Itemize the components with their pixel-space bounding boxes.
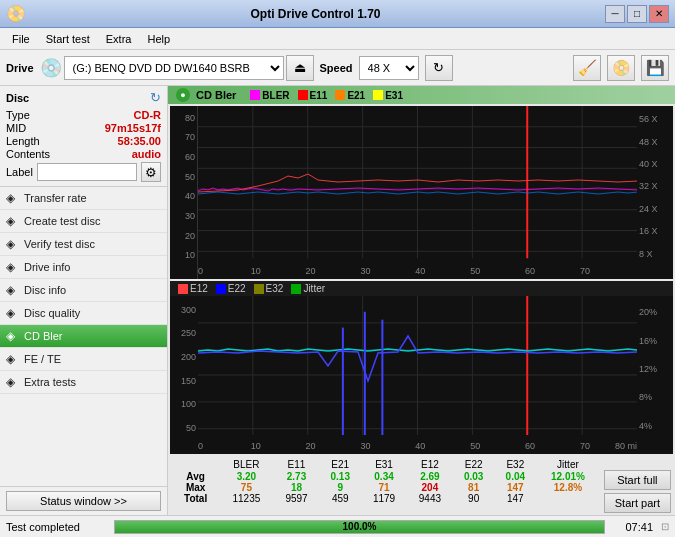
sidebar-item-cd-bler[interactable]: ◈ CD Bler (0, 325, 167, 348)
chart1-yr-56x: 56 X (639, 114, 658, 124)
svg-text:40: 40 (415, 441, 425, 451)
speed-select[interactable]: 48 X (359, 56, 419, 80)
mid-label: MID (6, 122, 26, 134)
stats-row-max: Max 75 18 9 71 204 81 147 12.8% (172, 482, 600, 493)
total-e22: 90 (453, 493, 495, 504)
max-e21: 9 (319, 482, 361, 493)
extra-tests-icon: ◈ (6, 375, 15, 389)
max-e32: 147 (495, 482, 537, 493)
titlebar: 📀 Opti Drive Control 1.70 ─ □ ✕ (0, 0, 675, 28)
fe-te-icon: ◈ (6, 352, 15, 366)
legend-jitter-dot (291, 284, 301, 294)
burn-button[interactable]: 📀 (607, 55, 635, 81)
total-e11: 9597 (274, 493, 320, 504)
svg-text:60: 60 (525, 441, 535, 451)
chart2-y-50: 50 (186, 423, 196, 433)
sidebar-item-disc-info-label: Disc info (24, 284, 66, 296)
avg-bler: 3.20 (219, 471, 273, 482)
chart-title-bar: ● CD Bler BLER E11 E21 E31 (168, 86, 675, 104)
menubar: File Start test Extra Help (0, 28, 675, 50)
sidebar-item-drive-info[interactable]: ◈ Drive info (0, 256, 167, 279)
sidebar-item-fe-te[interactable]: ◈ FE / TE (0, 348, 167, 371)
sidebar-item-extra-tests[interactable]: ◈ Extra tests (0, 371, 167, 394)
menu-start-test[interactable]: Start test (38, 31, 98, 47)
chart1-y-axis-right: 56 X 48 X 40 X 32 X 24 X 16 X 8 X (637, 106, 673, 279)
avg-e12: 2.69 (407, 471, 453, 482)
sidebar-item-create-test-disc[interactable]: ◈ Create test disc (0, 210, 167, 233)
minimize-button[interactable]: ─ (605, 5, 625, 23)
close-button[interactable]: ✕ (649, 5, 669, 23)
type-value: CD-R (134, 109, 162, 121)
total-bler: 11235 (219, 493, 273, 504)
chart1-plot: 0 10 20 30 40 50 60 70 (198, 106, 637, 279)
stats-col-e32: E32 (495, 458, 537, 471)
svg-text:20: 20 (306, 441, 316, 451)
status-window-button[interactable]: Status window >> (6, 491, 161, 511)
max-jitter: 12.8% (536, 482, 600, 493)
chart1-y-20: 20 (185, 231, 195, 241)
sidebar-item-create-test-disc-label: Create test disc (24, 215, 100, 227)
svg-text:50: 50 (470, 266, 480, 276)
disc-refresh-button[interactable]: ↻ (150, 90, 161, 105)
speed-label: Speed (320, 62, 353, 74)
avg-e31: 0.34 (361, 471, 407, 482)
svg-text:40: 40 (415, 266, 425, 276)
chart2-wrapper: E12 E22 E32 Jitter (170, 281, 673, 454)
total-e31: 1179 (361, 493, 407, 504)
start-part-button[interactable]: Start part (604, 493, 671, 513)
stats-table: BLER E11 E21 E31 E12 E22 E32 Jitter Avg (172, 458, 600, 504)
stats-col-e12: E12 (407, 458, 453, 471)
svg-text:0: 0 (198, 266, 203, 276)
disc-quality-icon: ◈ (6, 306, 15, 320)
maximize-button[interactable]: □ (627, 5, 647, 23)
sidebar-item-verify-test-disc[interactable]: ◈ Verify test disc (0, 233, 167, 256)
total-jitter (536, 493, 600, 504)
eject-button[interactable]: ⏏ (286, 55, 314, 81)
menu-extra[interactable]: Extra (98, 31, 140, 47)
sidebar-item-disc-info[interactable]: ◈ Disc info (0, 279, 167, 302)
chart1-yr-24x: 24 X (639, 204, 658, 214)
stats-row-avg: Avg 3.20 2.73 0.13 0.34 2.69 0.03 0.04 1… (172, 471, 600, 482)
chart1-y-60: 60 (185, 152, 195, 162)
sidebar-item-transfer-rate-label: Transfer rate (24, 192, 87, 204)
legend-e12: E12 (178, 283, 208, 294)
save-button[interactable]: 💾 (641, 55, 669, 81)
window-controls: ─ □ ✕ (605, 5, 669, 23)
erase-button[interactable]: 🧹 (573, 55, 601, 81)
menu-file[interactable]: File (4, 31, 38, 47)
total-e21: 459 (319, 493, 361, 504)
avg-label: Avg (172, 471, 219, 482)
label-input[interactable] (37, 163, 137, 181)
stats-area: BLER E11 E21 E31 E12 E22 E32 Jitter Avg (168, 456, 675, 515)
chart2-y-100: 100 (181, 399, 196, 409)
chart1-yr-32x: 32 X (639, 181, 658, 191)
chart1-yr-8x: 8 X (639, 249, 653, 259)
svg-text:60: 60 (525, 266, 535, 276)
chart1-yr-40x: 40 X (639, 159, 658, 169)
sidebar-item-transfer-rate[interactable]: ◈ Transfer rate (0, 187, 167, 210)
refresh-button[interactable]: ↻ (425, 55, 453, 81)
legend-e32: E32 (254, 283, 284, 294)
chart2-y-axis-left: 300 250 200 150 100 50 (170, 296, 198, 454)
chart-title: CD Bler (196, 89, 236, 101)
chart1-y-axis-left: 80 70 60 50 40 30 20 10 (170, 106, 198, 279)
stats-col-e21: E21 (319, 458, 361, 471)
drive-select[interactable]: (G:) BENQ DVD DD DW1640 BSRB (64, 56, 284, 80)
stats-row-total: Total 11235 9597 459 1179 9443 90 147 (172, 493, 600, 504)
legend-e11-dot (298, 90, 308, 100)
length-label: Length (6, 135, 40, 147)
sidebar-item-disc-quality[interactable]: ◈ Disc quality (0, 302, 167, 325)
label-settings-button[interactable]: ⚙ (141, 162, 161, 182)
start-full-button[interactable]: Start full (604, 470, 671, 490)
start-buttons: Start full Start part (604, 458, 671, 513)
legend-e21-label: E21 (347, 90, 365, 101)
drive-icon: 💿 (40, 57, 62, 79)
svg-text:70: 70 (580, 266, 590, 276)
menu-help[interactable]: Help (139, 31, 178, 47)
create-test-disc-icon: ◈ (6, 214, 15, 228)
legend-e21: E21 (335, 90, 365, 101)
svg-text:30: 30 (360, 266, 370, 276)
chart1-svg: 0 10 20 30 40 50 60 70 (198, 106, 637, 279)
chart2-plot: 0 10 20 30 40 50 60 70 80 min (198, 296, 637, 454)
max-e11: 18 (274, 482, 320, 493)
